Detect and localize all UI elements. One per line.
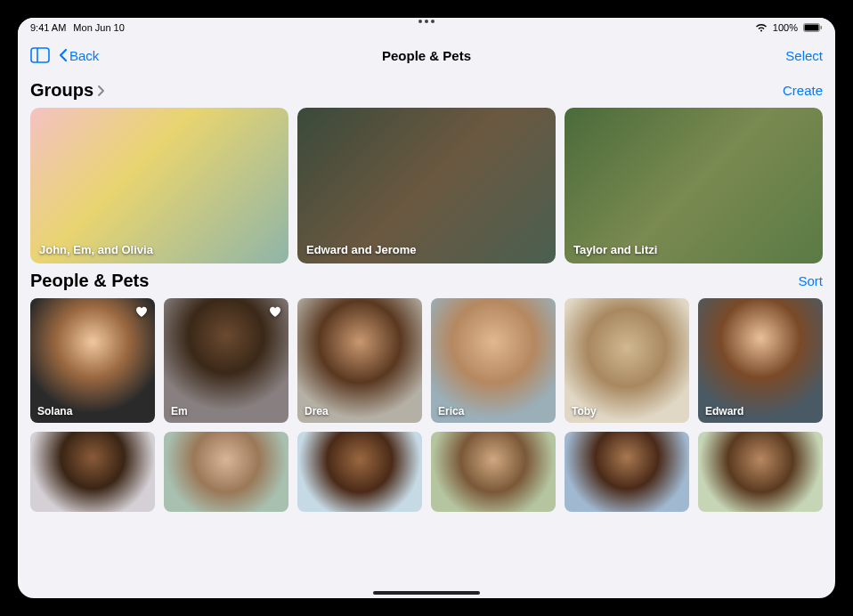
people-grid-row-2 — [30, 432, 823, 512]
wifi-icon — [755, 23, 768, 32]
nav-bar: Back People & Pets Select — [18, 37, 835, 73]
person-label: Erica — [438, 405, 464, 417]
person-card[interactable] — [30, 432, 155, 512]
person-card[interactable] — [297, 432, 422, 512]
battery-icon — [803, 23, 823, 32]
person-card[interactable] — [698, 432, 823, 512]
svg-rect-2 — [821, 26, 823, 29]
person-label: Drea — [305, 405, 329, 417]
person-label: Edward — [705, 405, 743, 417]
group-card[interactable]: Taylor and Litzi — [565, 108, 823, 263]
groups-header[interactable]: Groups — [30, 80, 105, 101]
person-card[interactable] — [431, 432, 556, 512]
groups-row: John, Em, and Olivia Edward and Jerome T… — [30, 108, 823, 263]
person-photo — [698, 298, 823, 423]
group-label: John, Em, and Olivia — [39, 243, 153, 256]
people-header: People & Pets — [30, 271, 149, 291]
favorite-heart-icon — [134, 304, 150, 320]
status-bar: 9:41 AM Mon Jun 10 100% — [18, 18, 835, 37]
people-title: People & Pets — [30, 271, 149, 291]
person-photo — [30, 432, 155, 512]
person-photo — [431, 298, 556, 423]
back-button[interactable]: Back — [59, 48, 99, 63]
person-photo — [297, 432, 422, 512]
sidebar-toggle-icon[interactable] — [30, 47, 50, 63]
create-button[interactable]: Create — [783, 83, 823, 98]
svg-rect-1 — [805, 25, 819, 31]
battery-percent: 100% — [773, 22, 798, 33]
page-title: People & Pets — [382, 48, 471, 63]
home-indicator[interactable] — [373, 591, 480, 595]
group-label: Edward and Jerome — [306, 243, 417, 256]
ipad-frame: 9:41 AM Mon Jun 10 100% — [0, 0, 853, 616]
group-card[interactable]: John, Em, and Olivia — [30, 108, 288, 263]
favorite-heart-icon — [267, 304, 283, 320]
group-card[interactable]: Edward and Jerome — [297, 108, 556, 263]
select-button[interactable]: Select — [785, 48, 823, 63]
person-card[interactable]: Toby — [565, 298, 689, 423]
sort-button[interactable]: Sort — [798, 273, 823, 288]
person-label: Em — [171, 405, 188, 417]
person-card[interactable] — [565, 432, 689, 512]
content-scroll[interactable]: Groups Create John, Em, and Olivia Edwar… — [18, 73, 835, 598]
person-card[interactable]: Em — [164, 298, 288, 423]
group-photo — [565, 108, 823, 263]
person-card[interactable]: Edward — [698, 298, 823, 423]
person-photo — [297, 298, 422, 423]
chevron-left-icon — [59, 48, 68, 62]
person-card[interactable] — [164, 432, 288, 512]
person-photo — [164, 432, 288, 512]
group-photo — [30, 108, 288, 263]
person-card[interactable]: Drea — [297, 298, 422, 423]
groups-title: Groups — [30, 80, 93, 101]
person-label: Toby — [572, 405, 597, 417]
group-photo — [297, 108, 556, 263]
screen: 9:41 AM Mon Jun 10 100% — [18, 18, 835, 598]
person-photo — [565, 298, 689, 423]
back-label: Back — [69, 48, 99, 63]
person-card[interactable]: Erica — [431, 298, 556, 423]
person-photo — [431, 432, 556, 512]
person-label: Solana — [37, 405, 72, 417]
chevron-right-icon — [97, 85, 105, 97]
status-date: Mon Jun 10 — [73, 22, 124, 33]
status-time: 9:41 AM — [30, 22, 66, 33]
person-card[interactable]: Solana — [30, 298, 155, 423]
people-grid-row-1: Solana Em Drea Erica Toby — [30, 298, 823, 423]
svg-rect-3 — [31, 48, 49, 62]
person-photo — [565, 432, 689, 512]
person-photo — [698, 432, 823, 512]
multitask-dots-icon[interactable] — [418, 20, 435, 23]
group-label: Taylor and Litzi — [573, 243, 657, 256]
